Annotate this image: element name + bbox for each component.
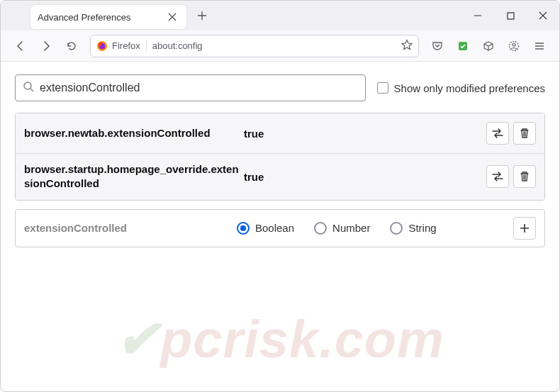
svg-rect-0 bbox=[508, 13, 514, 19]
pref-actions bbox=[486, 122, 536, 145]
radio-label: Number bbox=[332, 222, 370, 234]
close-window-button[interactable] bbox=[527, 1, 559, 30]
radio-icon[interactable] bbox=[314, 222, 327, 235]
pocket-icon[interactable] bbox=[426, 35, 449, 57]
firefox-logo-icon bbox=[96, 40, 108, 52]
close-tab-icon[interactable] bbox=[165, 10, 179, 24]
identity-box[interactable]: Firefox bbox=[96, 40, 147, 52]
delete-button[interactable] bbox=[513, 122, 536, 145]
forward-button[interactable] bbox=[35, 35, 57, 57]
bookmark-star-icon[interactable] bbox=[401, 39, 413, 53]
new-pref-table: extensionControlled Boolean Number Strin… bbox=[15, 209, 545, 247]
radio-string[interactable]: String bbox=[390, 222, 436, 235]
reload-button[interactable] bbox=[60, 35, 83, 57]
search-box[interactable] bbox=[15, 74, 366, 101]
search-row: Show only modified preferences bbox=[15, 74, 545, 101]
pref-name: browser.newtab.extensionControlled bbox=[24, 126, 244, 140]
about-config-content: Show only modified preferences browser.n… bbox=[1, 62, 559, 260]
url-bar[interactable]: Firefox about:config bbox=[90, 35, 419, 57]
svg-point-5 bbox=[513, 43, 515, 46]
new-pref-name: extensionControlled bbox=[24, 222, 237, 234]
new-pref-row: extensionControlled Boolean Number Strin… bbox=[16, 210, 544, 247]
tab-title: Advanced Preferences bbox=[38, 12, 165, 23]
search-input[interactable] bbox=[40, 82, 358, 94]
checkbox-label: Show only modified preferences bbox=[394, 82, 545, 94]
type-radio-group: Boolean Number String bbox=[237, 222, 513, 235]
radio-number[interactable]: Number bbox=[314, 222, 370, 235]
menu-button[interactable] bbox=[528, 35, 551, 57]
pref-value: true bbox=[244, 128, 486, 140]
delete-button[interactable] bbox=[513, 165, 536, 188]
pref-name: browser.startup.homepage_override.extens… bbox=[24, 162, 244, 191]
extension-icon[interactable] bbox=[452, 35, 474, 57]
checkbox-icon[interactable] bbox=[377, 82, 388, 94]
minimize-button[interactable] bbox=[461, 1, 494, 30]
radio-label: String bbox=[408, 222, 436, 234]
radio-icon[interactable] bbox=[390, 222, 403, 235]
prefs-table: browser.newtab.extensionControlled true … bbox=[15, 113, 545, 201]
browser-tab[interactable]: Advanced Preferences bbox=[30, 5, 186, 29]
navigation-toolbar: Firefox about:config bbox=[1, 30, 559, 62]
radio-label: Boolean bbox=[255, 222, 294, 234]
downloads-icon[interactable] bbox=[477, 35, 500, 57]
pref-row: browser.startup.homepage_override.extens… bbox=[16, 154, 544, 200]
svg-point-6 bbox=[24, 82, 31, 89]
window-controls bbox=[461, 1, 559, 30]
search-icon bbox=[23, 81, 34, 95]
radio-boolean[interactable]: Boolean bbox=[237, 222, 294, 235]
pref-row: browser.newtab.extensionControlled true bbox=[16, 113, 544, 154]
show-modified-checkbox-row[interactable]: Show only modified preferences bbox=[377, 82, 545, 94]
toggle-button[interactable] bbox=[486, 165, 509, 188]
identity-label: Firefox bbox=[112, 40, 140, 51]
toggle-button[interactable] bbox=[486, 122, 509, 145]
add-button[interactable] bbox=[513, 217, 536, 240]
back-button[interactable] bbox=[9, 35, 32, 57]
account-icon[interactable] bbox=[503, 35, 525, 57]
pref-actions bbox=[486, 165, 536, 188]
url-text: about:config bbox=[152, 40, 401, 51]
radio-icon[interactable] bbox=[237, 222, 250, 235]
pref-value: true bbox=[244, 171, 486, 183]
maximize-button[interactable] bbox=[494, 1, 527, 30]
new-tab-button[interactable] bbox=[192, 6, 212, 26]
watermark-text: ✔pcrisk.com bbox=[116, 308, 444, 370]
title-bar: Advanced Preferences bbox=[1, 1, 559, 30]
